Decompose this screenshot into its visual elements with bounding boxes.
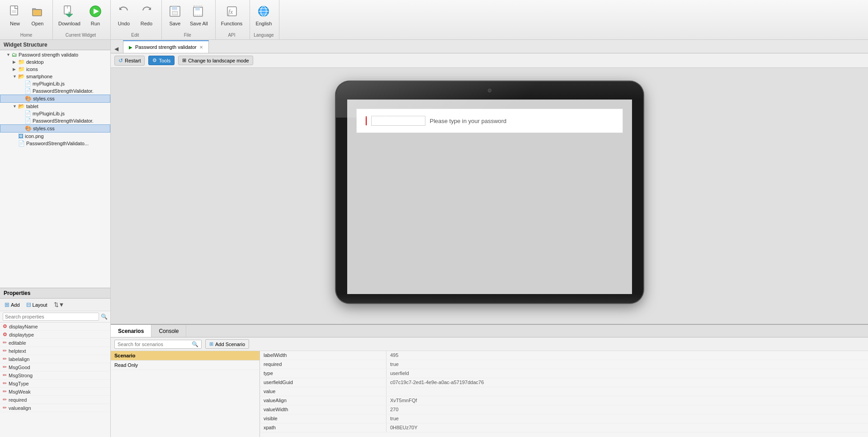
language-section: English Language (250, 0, 279, 39)
prop-displaytype[interactable]: ⚙ displaytype (0, 331, 110, 339)
tree-item-psv-smartphone[interactable]: 📄 PasswordStrengthValidator. (0, 87, 110, 95)
new-button[interactable]: New (4, 2, 26, 29)
redo-button[interactable]: Redo (135, 2, 158, 29)
data-row-xpath[interactable]: xpath 0H8EUz70Y (260, 423, 868, 432)
data-value: 270 (387, 405, 868, 414)
prop-required[interactable]: ✏ required (0, 396, 110, 404)
data-value: true (387, 360, 868, 369)
data-row-type[interactable]: type userfield (260, 369, 868, 378)
tree-label: styles.css (33, 126, 55, 131)
prop-msgtype[interactable]: ✏ MsgType (0, 380, 110, 388)
tree-item-smartphone[interactable]: ▼ 📂 smartphone (0, 73, 110, 80)
scenario-search-input[interactable] (118, 342, 190, 347)
prop-valuealign[interactable]: ✏ valuealign (0, 404, 110, 412)
restart-button[interactable]: ↺ Restart (114, 56, 145, 66)
data-row-valuealign[interactable]: valueAlign XvT5mnFQf (260, 396, 868, 405)
tree-item-tablet[interactable]: ▼ 📂 tablet (0, 103, 110, 110)
prop-editable[interactable]: ✏ editable (0, 339, 110, 347)
tree-arrow: ▶ (13, 60, 18, 64)
language-buttons: English (252, 2, 275, 29)
tools-button[interactable]: ⚙ Tools (148, 56, 175, 65)
data-value: XvT5mnFQf (387, 396, 868, 405)
app-content: Please type in your password (347, 100, 632, 294)
file-buttons: Save Save All (164, 2, 212, 29)
search-icon: 🔍 (192, 341, 198, 347)
tablet-top-bar (336, 81, 643, 100)
landscape-button[interactable]: ⊞ Change to landscape mode (178, 56, 253, 65)
properties-list: ⚙ displayName ⚙ displaytype ✏ editable ✏… (0, 323, 110, 437)
prop-icon: ⚙ (3, 323, 7, 329)
data-key: valueAlign (260, 396, 387, 405)
active-tab[interactable]: ▶ Password strength validator ✕ (123, 40, 209, 53)
tree-label: myPluginLib.js (33, 81, 65, 86)
landscape-icon: ⊞ (182, 57, 186, 63)
tree-item-styles-tablet[interactable]: 🎨 styles.css (0, 124, 110, 133)
tabs-bar: ◀ ▶ Password strength validator ✕ (111, 40, 868, 53)
functions-button[interactable]: fx Functions (217, 2, 246, 29)
data-row-userfieldguid[interactable]: userfieldGuid c07c19c7-2ed1-4e9e-a0ac-a5… (260, 378, 868, 387)
prop-labelalign[interactable]: ✏ labelalign (0, 355, 110, 363)
save-button[interactable]: Save (164, 2, 186, 29)
prop-helptext[interactable]: ✏ helptext (0, 347, 110, 355)
download-button[interactable]: Download (55, 2, 84, 29)
tab-nav-prev[interactable]: ◀ (111, 45, 122, 53)
undo-button[interactable]: Undo (113, 2, 135, 29)
search-icon: 🔍 (101, 314, 108, 320)
data-key: labelWidth (260, 351, 387, 360)
run-button[interactable]: Run (84, 2, 107, 29)
tab-close-button[interactable]: ✕ (199, 45, 203, 50)
language-button[interactable]: English (252, 2, 275, 29)
sort-button[interactable]: ⇅▼ (52, 300, 66, 309)
layout-button[interactable]: ⊟ Layout (24, 300, 49, 309)
widget-structure-header: Widget Structure (0, 40, 110, 50)
language-label: English (255, 21, 272, 26)
add-scenario-button[interactable]: ⊞ Add Scenario (205, 339, 249, 349)
data-key: visible (260, 414, 387, 423)
properties-search-input[interactable] (3, 313, 99, 321)
tree-label: icons (26, 66, 38, 72)
prop-name: MsgGood (9, 365, 30, 370)
password-input-box[interactable] (371, 116, 425, 126)
svg-text:fx: fx (228, 9, 233, 15)
tree-item-styles-smartphone[interactable]: 🎨 styles.css (0, 95, 110, 103)
add-property-button[interactable]: ⊞ Add (3, 300, 22, 309)
scenario-item-readonly[interactable]: Read Only (111, 361, 259, 370)
tree-label: icon.png (25, 133, 44, 139)
preview-toolbar: ↺ Restart ⚙ Tools ⊞ Change to landscape … (111, 53, 868, 68)
data-row-labelwidth[interactable]: labelWidth 495 (260, 351, 868, 360)
layout-icon: ⊟ (26, 301, 31, 308)
save-label: Save (169, 21, 180, 26)
save-all-button[interactable]: Save All (186, 2, 212, 29)
tree-item-icons[interactable]: ▶ 📁 icons (0, 66, 110, 73)
widget-tree: ▼ 🗂 Password strength validato ▶ 📁 deskt… (0, 50, 110, 288)
tree-item-pluginlib-tablet[interactable]: 📄 myPluginLib.js (0, 110, 110, 117)
data-row-valuewidth[interactable]: valueWidth 270 (260, 405, 868, 414)
data-key: valueWidth (260, 405, 387, 414)
save-all-icon (193, 5, 205, 20)
properties-title: Properties (4, 290, 30, 296)
open-button[interactable]: Open (26, 2, 49, 29)
console-tab[interactable]: Console (151, 325, 186, 337)
bottom-tabs: Scenarios Console (111, 325, 868, 337)
data-row-required[interactable]: required true (260, 360, 868, 369)
prop-msgweak[interactable]: ✏ MsgWeak (0, 388, 110, 396)
tree-item-pluginlib-smartphone[interactable]: 📄 myPluginLib.js (0, 80, 110, 87)
tree-item-psv-root[interactable]: 📄 PasswordStrengthValidato... (0, 140, 110, 147)
tree-label: tablet (26, 104, 38, 109)
prop-icon: ✏ (3, 348, 7, 354)
prop-displayname[interactable]: ⚙ displayName (0, 323, 110, 331)
prop-name: editable (9, 340, 26, 346)
tree-item-icon-png[interactable]: 🖼 icon.png (0, 133, 110, 140)
tree-item-psv-tablet[interactable]: 📄 PasswordStrengthValidator. (0, 117, 110, 124)
scenarios-tab[interactable]: Scenarios (111, 325, 151, 337)
prop-msggood[interactable]: ✏ MsgGood (0, 363, 110, 371)
data-row-value[interactable]: value (260, 387, 868, 396)
data-row-visible[interactable]: visible true (260, 414, 868, 423)
tree-item-root[interactable]: ▼ 🗂 Password strength validato (0, 51, 110, 58)
prop-msgstrong[interactable]: ✏ MsgStrong (0, 371, 110, 380)
functions-icon: fx (226, 5, 238, 20)
file-group-label: File (164, 32, 212, 38)
api-group-label: API (217, 32, 246, 38)
download-icon (63, 5, 75, 20)
tree-item-desktop[interactable]: ▶ 📁 desktop (0, 58, 110, 66)
